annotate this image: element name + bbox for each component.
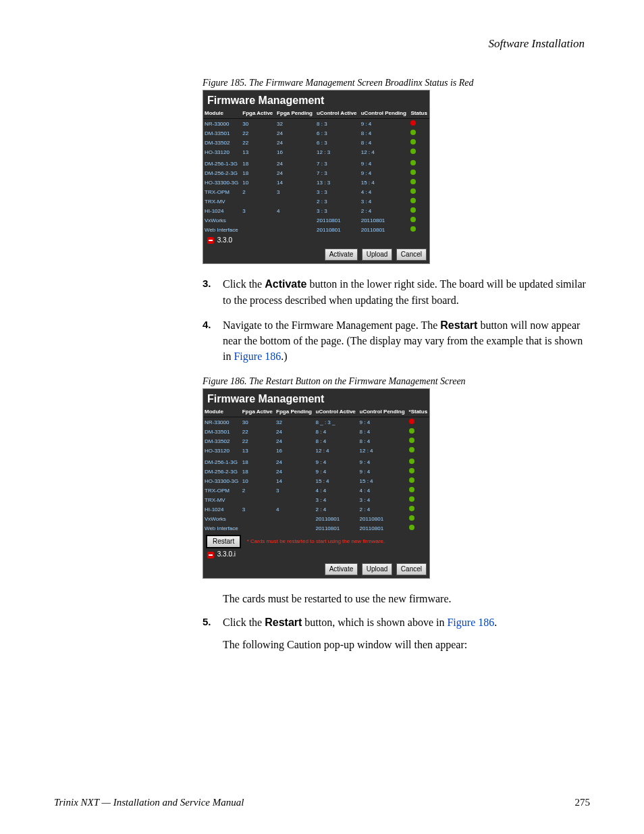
table-cell: 4 bbox=[275, 206, 315, 215]
figure-186-caption: Figure 186. The Restart Button on the Fi… bbox=[203, 376, 590, 387]
table-cell: DM-256-1-3G bbox=[203, 455, 241, 467]
upload-button[interactable]: Upload bbox=[362, 249, 393, 261]
status-cell bbox=[408, 486, 429, 495]
table-cell: 2 bbox=[241, 486, 275, 495]
table-cell: 3 bbox=[275, 187, 315, 197]
cancel-button[interactable]: Cancel bbox=[396, 563, 427, 575]
status-cell bbox=[409, 128, 429, 138]
figure-186-link[interactable]: Figure 186 bbox=[447, 617, 494, 628]
table-cell: 4 : 4 bbox=[315, 486, 358, 495]
table-row: DM-3350122246 : 38 : 4 bbox=[203, 128, 429, 138]
col-fpga-pending: Fpga Pending bbox=[275, 108, 315, 119]
status-green-icon bbox=[409, 496, 414, 502]
table-cell: 6 : 3 bbox=[315, 128, 360, 138]
table-cell: 2 : 3 bbox=[315, 197, 360, 206]
restart-button[interactable]: Restart bbox=[206, 535, 241, 548]
table-cell: 18 bbox=[241, 168, 275, 178]
table-cell: 24 bbox=[275, 427, 314, 436]
status-green-icon bbox=[410, 179, 416, 184]
table-row: Web Interface2011080120110801 bbox=[203, 225, 429, 234]
table-cell: 12 : 3 bbox=[315, 147, 360, 157]
version-row: 3.3.0 bbox=[203, 234, 429, 246]
table-row: DM-256-2-3G18247 : 39 : 4 bbox=[203, 168, 429, 178]
figure-185-caption: Figure 185. The Firmware Management Scre… bbox=[203, 78, 590, 88]
status-cell bbox=[408, 427, 429, 436]
table-cell bbox=[241, 523, 275, 533]
table-cell: 20110801 bbox=[315, 215, 360, 225]
table-cell: 13 bbox=[241, 147, 275, 157]
table-cell: 24 bbox=[275, 157, 315, 168]
status-cell bbox=[408, 495, 429, 504]
status-red-icon bbox=[409, 419, 414, 424]
table-cell: 3 : 4 bbox=[360, 197, 410, 206]
status-green-icon bbox=[409, 428, 414, 434]
table-cell: 10 bbox=[241, 178, 275, 187]
table-cell: DM-256-2-3G bbox=[203, 467, 241, 476]
version-label: 3.3.0 bbox=[217, 236, 232, 244]
status-green-icon bbox=[409, 447, 414, 452]
footer-manual-title: Trinix NXT — Installation and Service Ma… bbox=[54, 797, 244, 808]
status-cell bbox=[408, 417, 429, 427]
table-cell: 8 : 4 bbox=[315, 436, 358, 446]
text: Click the bbox=[223, 617, 265, 628]
table-row: TRX-MV2 : 33 : 4 bbox=[203, 197, 429, 206]
status-cell bbox=[409, 119, 429, 129]
cancel-button[interactable]: Cancel bbox=[396, 249, 427, 261]
table-cell: 3 bbox=[275, 486, 314, 495]
activate-button[interactable]: Activate bbox=[325, 563, 358, 575]
table-row: VxWorks2011080120110801 bbox=[203, 514, 429, 523]
table-cell: 32 bbox=[275, 417, 314, 427]
table-cell: 24 bbox=[275, 455, 314, 467]
activate-button[interactable]: Activate bbox=[325, 249, 358, 261]
table-row: DM-3350222248 : 48 : 4 bbox=[203, 436, 429, 446]
table-cell: 12 : 4 bbox=[315, 446, 358, 455]
table-cell bbox=[275, 495, 314, 504]
restart-label: Restart bbox=[440, 319, 477, 331]
table-cell: DM-256-2-3G bbox=[203, 168, 241, 178]
col-status: Status bbox=[409, 108, 429, 119]
table-cell: 8 : 4 bbox=[358, 427, 408, 436]
table-cell bbox=[241, 514, 275, 523]
table-cell bbox=[241, 215, 275, 225]
table-cell: 4 bbox=[275, 504, 314, 514]
table-cell: 24 bbox=[275, 168, 315, 178]
table-cell: Web Interface bbox=[203, 523, 241, 533]
table-cell: HO-33300-3G bbox=[203, 178, 241, 187]
status-cell bbox=[409, 187, 429, 197]
status-cell bbox=[409, 157, 429, 168]
status-cell bbox=[409, 197, 429, 206]
table-row: DM-256-1-3G18249 : 49 : 4 bbox=[203, 455, 429, 467]
status-green-icon bbox=[410, 226, 416, 232]
table-cell: 2 : 4 bbox=[358, 504, 408, 514]
firmware-table: Module Fpga Active Fpga Pending uControl… bbox=[203, 407, 429, 533]
status-green-icon bbox=[409, 468, 414, 473]
status-cell bbox=[409, 178, 429, 187]
restart-label: Restart bbox=[265, 617, 302, 628]
table-cell: 14 bbox=[275, 178, 315, 187]
col-fpga-pending: Fpga Pending bbox=[275, 407, 314, 417]
table-row: TRX-MV3 : 43 : 4 bbox=[203, 495, 429, 504]
table-cell: 15 : 4 bbox=[315, 476, 358, 486]
col-status: *Status bbox=[408, 407, 429, 417]
table-row: NR-3300030328 : 39 : 4 bbox=[203, 119, 429, 129]
table-cell: 15 : 4 bbox=[360, 178, 410, 187]
button-row: Activate Upload Cancel bbox=[203, 561, 429, 575]
step-number: 4 bbox=[203, 317, 223, 365]
version-label: 3.3.0.i bbox=[217, 550, 236, 558]
table-row: HO-33120131612 : 312 : 4 bbox=[203, 147, 429, 157]
text: .) bbox=[281, 350, 287, 362]
status-cell bbox=[408, 514, 429, 523]
table-row: NR-3300030328 _ : 3 _9 : 4 bbox=[203, 417, 429, 427]
figure-186-link[interactable]: Figure 186 bbox=[234, 350, 281, 362]
table-row: DM-3350122248 : 48 : 4 bbox=[203, 427, 429, 436]
status-cell bbox=[408, 476, 429, 486]
status-green-icon bbox=[410, 217, 416, 222]
table-cell: 24 bbox=[275, 467, 314, 476]
status-green-icon bbox=[409, 506, 414, 511]
table-cell: 22 bbox=[241, 138, 275, 147]
upload-button[interactable]: Upload bbox=[362, 563, 393, 575]
table-cell: 7 : 3 bbox=[315, 157, 360, 168]
table-cell: 13 : 3 bbox=[315, 178, 360, 187]
table-cell: 4 : 4 bbox=[360, 187, 410, 197]
col-module: Module bbox=[203, 108, 241, 119]
